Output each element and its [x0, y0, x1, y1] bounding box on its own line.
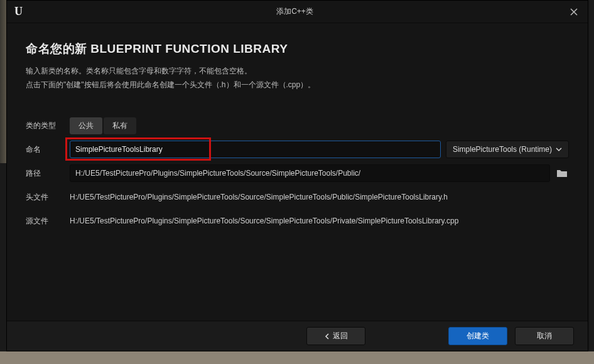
class-type-label: 类的类型 [26, 120, 70, 131]
tab-private[interactable]: 私有 [104, 117, 136, 134]
create-button-label: 创建类 [467, 331, 489, 341]
background-strip-left [0, 0, 6, 163]
plugin-selector-label: SimplePictureTools (Runtime) [453, 145, 552, 154]
path-input-wrap [70, 164, 569, 182]
footer-bar: 返回 创建类 取消 [7, 321, 588, 351]
row-source-file: 源文件 H:/UE5/TestPicturePro/Plugins/Simple… [26, 212, 569, 230]
header-file-value: H:/UE5/TestPicturePro/Plugins/SimplePict… [70, 193, 448, 201]
desc-line-2: 点击下面的"创建"按钮后将会使用此命名创建一个头文件（.h）和一个源文件（.cp… [26, 78, 569, 92]
window-title: 添加C++类 [24, 6, 565, 17]
chevron-down-icon [556, 146, 562, 153]
plugin-selector[interactable]: SimplePictureTools (Runtime) [446, 141, 569, 158]
dialog-window: U 添加C++类 命名您的新 BLUEPRINT FUNCTION LIBRAR… [6, 0, 588, 351]
row-class-type: 类的类型 公共 私有 [26, 117, 569, 134]
content-area: 命名您的新 BLUEPRINT FUNCTION LIBRARY 输入新类的名称… [7, 23, 588, 321]
path-label: 路径 [26, 168, 70, 179]
create-class-button[interactable]: 创建类 [448, 327, 507, 345]
name-label: 命名 [26, 144, 70, 155]
background-strip-bottom [0, 351, 594, 364]
cancel-button[interactable]: 取消 [515, 327, 574, 345]
back-button-label: 返回 [333, 331, 348, 341]
class-name-input[interactable] [70, 141, 441, 158]
close-icon [570, 8, 578, 16]
desc-line-1: 输入新类的名称。类名称只能包含字母和数字字符，不能包含空格。 [26, 65, 569, 78]
row-name: 命名 SimplePictureTools (Runtime) [26, 141, 569, 158]
row-path: 路径 [26, 164, 569, 182]
class-type-tabs: 公共 私有 [70, 117, 136, 134]
name-input-wrap: SimplePictureTools (Runtime) [70, 141, 569, 158]
page-title-prefix: 命名您的新 [26, 42, 90, 55]
unreal-logo: U [12, 4, 24, 19]
path-input[interactable] [70, 164, 550, 182]
folder-icon [556, 169, 568, 178]
chevron-left-icon [324, 333, 330, 340]
source-file-label: 源文件 [26, 216, 70, 227]
source-file-value: H:/UE5/TestPicturePro/Plugins/SimplePict… [70, 217, 458, 225]
row-header-file: 头文件 H:/UE5/TestPicturePro/Plugins/Simple… [26, 188, 569, 206]
page-description: 输入新类的名称。类名称只能包含字母和数字字符，不能包含空格。 点击下面的"创建"… [26, 65, 569, 92]
cancel-button-label: 取消 [537, 331, 552, 341]
page-title: 命名您的新 BLUEPRINT FUNCTION LIBRARY [26, 41, 569, 57]
titlebar: U 添加C++类 [7, 1, 588, 23]
browse-folder-button[interactable] [555, 166, 569, 180]
back-button[interactable]: 返回 [306, 327, 365, 345]
spacer [26, 236, 569, 321]
page-title-strong: BLUEPRINT FUNCTION LIBRARY [90, 42, 288, 55]
close-button[interactable] [565, 3, 583, 21]
tab-public[interactable]: 公共 [70, 117, 102, 134]
header-file-label: 头文件 [26, 192, 70, 203]
